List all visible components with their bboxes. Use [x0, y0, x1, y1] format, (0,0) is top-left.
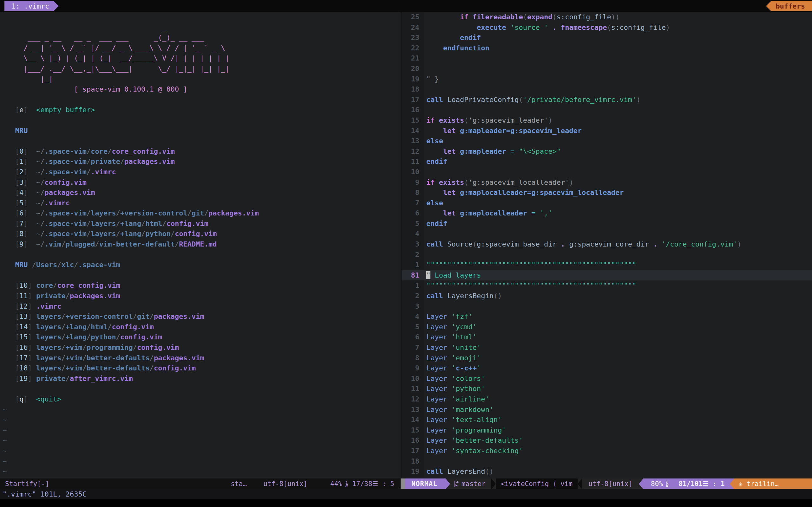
tab-buffers[interactable]: buffers [766, 1, 812, 11]
buffer-line[interactable]: 3 [402, 301, 812, 312]
startify-line: ~ [3, 446, 401, 456]
buffer-line[interactable]: 1"""""""""""""""""""""""""""""""""""""""… [402, 280, 812, 291]
buffer-line[interactable]: 81" Load layers [402, 270, 812, 281]
buffer-line[interactable]: 14Layer 'text-align' [402, 415, 812, 425]
startify-pane[interactable]: _ ___ _ __ __ _ ___ ___ _(_)_ __ ___ / _… [0, 12, 401, 478]
startify-line[interactable]: [10] core/core_config.vim [3, 280, 401, 291]
code-span [426, 23, 477, 32]
buffer-line[interactable]: 19" } [402, 74, 812, 84]
buffer-line[interactable]: 18 [402, 84, 812, 95]
code-span: core_config.vim [57, 281, 120, 289]
startify-line[interactable]: [11] private/packages.vim [3, 291, 401, 301]
code-span [32, 281, 36, 289]
startify-line[interactable]: [q] <quit> [3, 394, 401, 405]
startify-line[interactable]: [16] layers/+vim/programming/config.vim [3, 343, 401, 353]
line-number: 3 [402, 301, 424, 312]
buffer-line[interactable]: 15if exists('g:spacevim_leader') [402, 115, 812, 126]
buffer-line[interactable]: 8Layer 'emoji' [402, 353, 812, 363]
buffer-line[interactable]: 3call Source(g:spacevim_base_dir . g:spa… [402, 239, 812, 250]
code-span [658, 240, 662, 248]
code-span: / [116, 230, 120, 238]
startify-line[interactable]: [2] ~/.space-vim/.vimrc [3, 167, 401, 177]
buffer-line[interactable]: 10Layer 'colors' [402, 374, 812, 384]
buffer-line[interactable]: 4Layer 'fzf' [402, 312, 812, 322]
buffer-line[interactable]: 1"""""""""""""""""""""""""""""""""""""""… [402, 260, 812, 270]
buffer-line[interactable]: 13else [402, 136, 812, 147]
code-span: ] [23, 240, 28, 248]
buffer-line[interactable]: 16Layer 'better-defaults' [402, 435, 812, 446]
startify-line[interactable]: [19] private/after_vimrc.vim [3, 374, 401, 384]
code-text: Layer 'c-c++' [424, 363, 812, 374]
buffer-line[interactable]: 12 let g:mapleader = "\<Space>" [402, 147, 812, 157]
code-span: ] [28, 292, 32, 300]
code-span: layers [36, 343, 61, 351]
startify-line[interactable]: [8] ~/.space-vim/layers/+lang/python/con… [3, 229, 401, 239]
code-text [424, 167, 812, 177]
buffer-line[interactable]: 22 endfunction [402, 43, 812, 54]
buffer-line[interactable]: 6 let g:maplocalleader = ',' [402, 208, 812, 219]
buffer-line[interactable]: 15Layer 'programming' [402, 425, 812, 436]
buffer-line[interactable]: 12Layer 'airline' [402, 394, 812, 405]
buffer-line[interactable]: 7else [402, 198, 812, 209]
startify-line: MRU [3, 126, 401, 136]
buffer-line[interactable]: 23 endif [402, 33, 812, 43]
code-span: exists [439, 178, 464, 186]
startify-line[interactable]: [7] ~/.space-vim/layers/+lang/html/confi… [3, 219, 401, 229]
startify-line[interactable]: [12] .vimrc [3, 301, 401, 312]
buffer-line[interactable]: 17call LoadPrivateConfig('/private/befor… [402, 95, 812, 105]
buffer-line[interactable]: 24 execute 'source ' . fnameescape(s:con… [402, 22, 812, 33]
buffer-line[interactable]: 21 [402, 53, 812, 64]
buffer-line[interactable]: 17Layer 'syntax-checking' [402, 446, 812, 456]
startify-line: ~ [3, 456, 401, 467]
statusline-filename: <ivateConfig [501, 480, 549, 488]
buffer-line[interactable]: 18 [402, 456, 812, 467]
startify-line[interactable]: [17] layers/+vim/better-defaults/package… [3, 353, 401, 363]
buffer-line[interactable]: 9Layer 'c-c++' [402, 363, 812, 374]
buffer-line[interactable]: 2call LayersBegin() [402, 291, 812, 301]
startify-line: ~ [3, 425, 401, 436]
buffer-line[interactable]: 11Layer 'python' [402, 384, 812, 394]
code-span: () [485, 467, 494, 475]
buffer-line[interactable]: 20 [402, 64, 812, 74]
buffer-line[interactable]: 13Layer 'markdown' [402, 405, 812, 415]
buffer-line[interactable]: 25 if filereadable(expand(s:config_file)… [402, 12, 812, 22]
buffer-line[interactable]: 7Layer 'unite' [402, 343, 812, 353]
buffer-line[interactable]: 16 [402, 105, 812, 115]
command-line[interactable]: ".vimrc" 101L, 2635C [0, 489, 812, 499]
buffer-line[interactable]: 5Layer 'ycmd' [402, 322, 812, 332]
buffer-line[interactable]: 2 [402, 250, 812, 260]
code-span: +lang [66, 333, 87, 341]
buffer-line[interactable]: 14 let g:mapleader=g:spacevim_leader [402, 126, 812, 136]
code-span: LayersEnd [447, 467, 485, 475]
startify-line[interactable]: [6] ~/.space-vim/layers/+version-control… [3, 208, 401, 219]
startify-line[interactable]: [9] ~/.vim/plugged/vim-better-default/RE… [3, 239, 401, 250]
code-span: 16 [19, 343, 28, 351]
startify-line[interactable]: [3] ~/config.vim [3, 177, 401, 188]
startify-line[interactable]: [13] layers/+version-control/git/package… [3, 312, 401, 322]
startify-line[interactable]: [18] layers/+vim/better-defaults/config.… [3, 363, 401, 374]
code-text [424, 105, 812, 115]
split-handle[interactable] [401, 478, 405, 489]
startify-line[interactable]: [0] ~/.space-vim/core/core_config.vim [3, 147, 401, 157]
code-span: e [19, 106, 23, 114]
code-span [506, 147, 510, 155]
startify-line[interactable]: [14] layers/+lang/html/config.vim [3, 322, 401, 332]
tab-vimrc[interactable]: 1: .vimrc [4, 1, 59, 11]
code-span: packages.vim [44, 188, 95, 196]
buffer-line[interactable]: 11endif [402, 157, 812, 167]
startify-line[interactable]: [5] ~/.vimrc [3, 198, 401, 209]
buffer-line[interactable]: 5endif [402, 219, 812, 229]
buffer-line[interactable]: 8 let g:maplocalleader=g:spacevim_locall… [402, 187, 812, 198]
startify-line[interactable]: [e] <empty buffer> [3, 105, 401, 115]
code-span: ] [28, 343, 32, 351]
buffer-line[interactable]: 10 [402, 167, 812, 177]
code-span: [ [3, 106, 19, 114]
vimrc-buffer-pane[interactable]: 25 if filereadable(expand(s:config_file)… [402, 12, 812, 478]
buffer-line[interactable]: 4 [402, 229, 812, 239]
buffer-line[interactable]: 6Layer 'html' [402, 332, 812, 343]
buffer-line[interactable]: 19call LayersEnd() [402, 466, 812, 477]
startify-line[interactable]: [1] ~/.space-vim/private/packages.vim [3, 157, 401, 167]
buffer-line[interactable]: 9if exists('g:spacevim_localleader') [402, 177, 812, 188]
startify-line[interactable]: [15] layers/+lang/python/config.vim [3, 332, 401, 343]
startify-line[interactable]: [4] ~/packages.vim [3, 187, 401, 198]
